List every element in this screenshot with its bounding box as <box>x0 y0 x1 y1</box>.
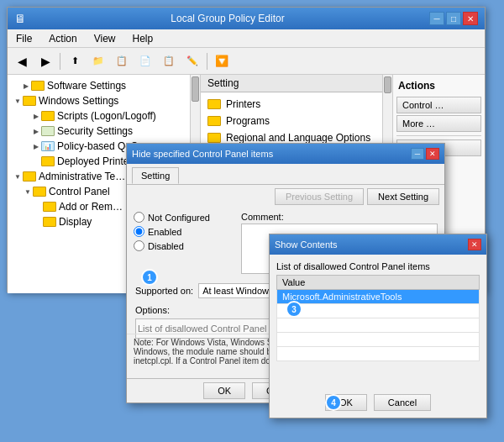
toolbar-back[interactable]: ◀ <box>11 51 33 71</box>
toolbar-filter[interactable]: 🔽 <box>211 51 233 71</box>
prev-setting-btn[interactable]: Previous Setting <box>275 188 364 205</box>
right-scroll-thumb[interactable] <box>384 76 391 93</box>
main-window-title: Local Group Policy Editor <box>26 13 429 24</box>
radio-input-not-configured[interactable] <box>134 212 144 223</box>
table-row-1[interactable]: Microsoft.AdministrativeTools <box>277 290 480 304</box>
toolbar-delete[interactable]: ✏️ <box>181 51 203 71</box>
actions-title: Actions <box>396 78 481 93</box>
radio-input-enabled[interactable] <box>134 226 144 237</box>
toolbar: ◀ ▶ ⬆ 📁 📋 📄 📋 ✏️ 🔽 <box>8 48 485 75</box>
main-title-bar: 🖥 Local Group Policy Editor ─ □ ✕ <box>8 8 485 29</box>
radio-input-disabled[interactable] <box>134 240 144 251</box>
dialog1-tab-setting[interactable]: Setting <box>132 167 179 184</box>
tree-arrow-printers <box>31 156 41 166</box>
toolbar-back2[interactable]: 📋 <box>111 51 133 71</box>
tree-label-security: Security Settings <box>57 125 133 137</box>
dialog1-nav: Previous Setting Next Setting <box>127 185 444 208</box>
close-button[interactable]: ✕ <box>463 12 478 25</box>
tree-arrow-windows: ▼ <box>13 96 23 106</box>
setting-label-programs: Programs <box>226 115 270 127</box>
table-row-5[interactable] <box>277 347 480 361</box>
next-setting-btn[interactable]: Next Setting <box>367 188 439 205</box>
table-row-2[interactable] <box>277 304 480 318</box>
actions-more-btn[interactable]: More … <box>396 115 481 132</box>
minimize-button[interactable]: ─ <box>429 12 444 25</box>
setting-label-printers: Printers <box>226 98 260 110</box>
toolbar-sep-1 <box>60 53 60 70</box>
folder-icon-admin <box>23 171 36 182</box>
toolbar-forward[interactable]: ▶ <box>34 51 56 71</box>
folder-icon-add <box>43 202 56 212</box>
tree-item-scripts[interactable]: ▶ Scripts (Logon/Logoff) <box>8 108 200 124</box>
dialog2-title-bar: Show Contents ✕ <box>270 234 486 255</box>
radio-group: Not Configured Enabled Disabled <box>134 212 234 276</box>
folder-icon-setting-programs <box>207 116 221 126</box>
menu-help[interactable]: Help <box>128 31 159 46</box>
badge-4: 4 <box>325 394 342 411</box>
radio-disabled[interactable]: Disabled <box>134 240 234 251</box>
tree-arrow-control: ▼ <box>23 187 33 197</box>
dialog2-controls: ✕ <box>468 239 481 250</box>
dialog2-close[interactable]: ✕ <box>468 239 481 250</box>
dialog1-title-bar: Hide specified Control Panel items ─ ✕ <box>127 144 444 164</box>
table-cell-empty3 <box>277 333 480 347</box>
folder-icon-display <box>43 217 56 227</box>
tree-arrow-add <box>33 202 43 212</box>
table-row-3[interactable] <box>277 318 480 333</box>
radio-enabled[interactable]: Enabled <box>134 226 234 237</box>
dialog1-minimize[interactable]: ─ <box>411 148 424 160</box>
table-cell-empty2 <box>277 318 480 333</box>
dialog1-close[interactable]: ✕ <box>426 148 439 160</box>
settings-column-header: Setting <box>201 75 392 92</box>
folder-icon-setting-printers <box>207 99 221 109</box>
menu-action[interactable]: Action <box>44 31 81 46</box>
actions-control-btn[interactable]: Control … <box>396 97 481 113</box>
folder-icon-scripts <box>41 111 55 121</box>
value-table: Value Microsoft.AdministrativeTools <box>276 275 480 361</box>
maximize-button[interactable]: □ <box>446 12 461 25</box>
toolbar-sep-2 <box>207 53 207 70</box>
dialog-show-contents: Show Contents ✕ List of disallowed Contr… <box>269 234 487 418</box>
tree-item-software-settings[interactable]: ▶ Software Settings <box>8 78 200 93</box>
show-contents-body: List of disallowed Control Panel items V… <box>270 255 486 371</box>
table-cell-value-1: Microsoft.AdministrativeTools <box>277 290 480 304</box>
radio-not-configured[interactable]: Not Configured <box>134 212 234 223</box>
setting-label-regional: Regional and Language Options <box>226 132 370 144</box>
radio-label-enabled: Enabled <box>148 227 181 237</box>
folder-icon-security <box>41 126 55 136</box>
table-cell-empty4 <box>277 347 480 361</box>
folder-icon-setting-regional <box>207 133 221 143</box>
tree-arrow-display <box>33 217 43 227</box>
menu-view[interactable]: View <box>89 31 121 46</box>
table-cell-empty <box>277 304 480 318</box>
tree-scroll-thumb[interactable] <box>192 76 199 102</box>
comment-label: Comment: <box>241 212 438 222</box>
setting-printers[interactable]: Printers <box>201 96 392 113</box>
tree-label-scripts: Scripts (Logon/Logoff) <box>57 110 156 122</box>
dialog1-ok-btn[interactable]: OK <box>203 382 245 399</box>
tree-item-security[interactable]: ▶ Security Settings <box>8 124 200 139</box>
dialog2-title: Show Contents <box>275 239 338 250</box>
toolbar-paste[interactable]: 📋 <box>158 51 180 71</box>
tree-item-windows-settings[interactable]: ▼ Windows Settings <box>8 93 200 108</box>
tree-arrow-qos: ▶ <box>31 141 41 151</box>
dialog1-tabs: Setting <box>127 164 444 185</box>
actions-separator <box>396 135 481 136</box>
table-row-4[interactable] <box>277 333 480 347</box>
tree-label-control: Control Panel <box>49 186 110 197</box>
setting-programs[interactable]: Programs <box>201 113 392 129</box>
radio-label-disabled: Disabled <box>148 241 184 251</box>
tree-label-add: Add or Rem… <box>59 201 123 213</box>
folder-icon-printers <box>41 156 55 166</box>
dialog2-cancel-btn[interactable]: Cancel <box>374 394 431 411</box>
setting-header-label: Setting <box>207 77 239 89</box>
show-contents-label: List of disallowed Control Panel items <box>276 261 480 271</box>
value-column-header: Value <box>277 276 480 290</box>
toolbar-copy[interactable]: 📄 <box>134 51 156 71</box>
toolbar-up[interactable]: ⬆ <box>64 51 86 71</box>
menu-file[interactable]: File <box>11 31 37 46</box>
toolbar-show-hide[interactable]: 📁 <box>87 51 109 71</box>
tree-arrow-software: ▶ <box>21 81 31 91</box>
tree-label-admin: Administrative Te… <box>39 171 125 182</box>
icon-qos: 📊 <box>41 141 55 151</box>
